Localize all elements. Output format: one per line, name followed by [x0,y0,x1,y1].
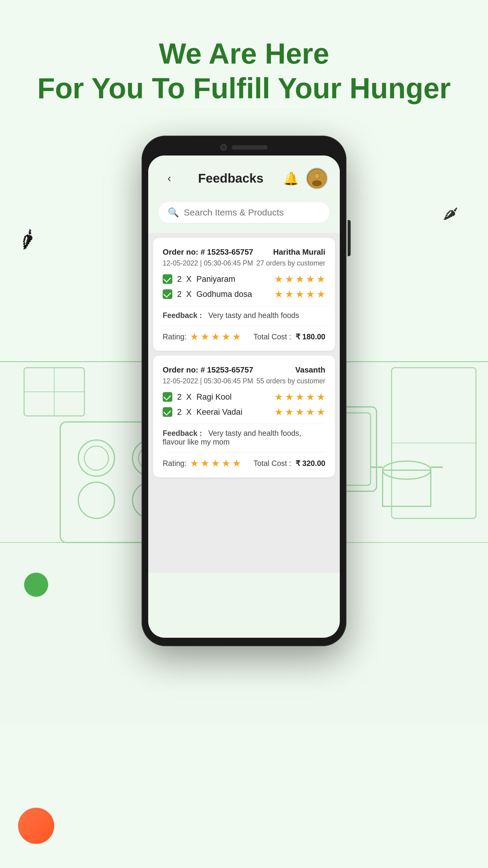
star-2: ★ [201,331,209,342]
star-4: ★ [222,331,230,342]
back-button[interactable]: ‹ [160,169,178,187]
item-left: 2 X Paniyaram [163,274,235,284]
star-5: ★ [317,288,325,300]
order-item-row: 2 X Keerai Vadai ★ ★ ★ ★ ★ [163,406,325,418]
item-stars: ★ ★ ★ ★ ★ [274,288,325,300]
item-checkbox [163,289,172,299]
phone-speaker [232,145,268,150]
star-4: ★ [222,458,230,469]
total-cost: Total Cost : ₹ 180.00 [254,333,325,341]
rating-cost-row: Rating: ★ ★ ★ ★ ★ Total Cost : [163,326,325,342]
item-checkbox [163,392,172,402]
star-1: ★ [190,331,199,342]
customer-name: Vasanth [295,365,325,375]
item-quantity: 2 X [177,275,192,284]
item-left: 2 X Godhuma dosa [163,289,252,299]
order-number: Order no: # 15253-65757 [163,365,253,375]
star-5: ★ [317,273,325,285]
feedback-text: Feedback : Very tasty and health foods [163,311,299,319]
phone-body: ‹ Feedbacks 🔔 [141,135,347,646]
rating-label: Rating: [163,459,187,468]
header-actions: 🔔 [283,167,328,189]
feedback-section: Feedback : Very tasty and health foods [163,306,325,320]
phone-screen: ‹ Feedbacks 🔔 [148,156,340,638]
customer-name: Haritha Murali [273,247,325,257]
user-avatar[interactable] [306,167,328,189]
orders-by-customer: 27 orders by customer [256,259,325,267]
total-cost: Total Cost : ₹ 320.00 [254,459,325,468]
star-3: ★ [295,406,304,418]
item-quantity: 2 X [177,290,192,299]
item-quantity: 2 X [177,393,192,402]
order-item-row: 2 X Paniyaram ★ ★ ★ ★ ★ [163,273,325,285]
rating-label: Rating: [163,333,187,341]
star-2: ★ [285,288,294,300]
item-stars: ★ ★ ★ ★ ★ [274,391,325,403]
phone-side-button [348,220,351,256]
item-checkbox [163,274,172,284]
hero-title-line1: We Are Here [0,36,488,71]
rating-cost-row: Rating: ★ ★ ★ ★ ★ Total Cost : [163,453,325,469]
star-5: ★ [317,406,325,418]
item-left: 2 X Ragi Kool [163,392,232,402]
order-datetime: 12-05-2022 | 05:30-06:45 PM [163,259,253,267]
phone-notch [148,144,340,151]
star-3: ★ [295,273,304,285]
hero-title-line2: For You To Fulfill Your Hunger [0,71,488,105]
phone-mockup: ‹ Feedbacks 🔔 [0,135,488,646]
order-header: Order no: # 15253-65757 Vasanth [163,365,325,375]
star-5: ★ [317,391,325,403]
hero-section: We Are Here For You To Fulfill Your Hung… [0,0,488,124]
back-icon: ‹ [167,172,171,185]
star-2: ★ [285,406,294,418]
orders-by-customer: 55 orders by customer [256,377,325,385]
star-1: ★ [274,391,283,403]
search-container: 🔍 [148,196,340,233]
star-4: ★ [306,288,315,300]
star-4: ★ [306,391,315,403]
feedback-content: Very tasty and health foods [208,311,299,319]
orders-list: Order no: # 15253-65757 Haritha Murali 1… [148,233,340,482]
star-3: ★ [295,391,304,403]
feedback-label: Feedback : [163,311,202,319]
star-1: ★ [190,458,199,469]
item-left: 2 X Keerai Vadai [163,407,242,417]
search-input[interactable] [184,207,320,218]
bottom-space [148,482,340,572]
star-1: ★ [274,288,283,300]
order-item-row: 2 X Ragi Kool ★ ★ ★ ★ ★ [163,391,325,403]
phone-camera [220,144,227,151]
item-stars: ★ ★ ★ ★ ★ [274,273,325,285]
overall-stars: ★ ★ ★ ★ ★ [190,331,241,342]
feedback-section: Feedback : Very tasty and health foods, … [163,424,325,446]
star-5: ★ [232,331,241,342]
order-card: Order no: # 15253-65757 Vasanth 12-05-20… [153,355,335,477]
item-stars: ★ ★ ★ ★ ★ [274,406,325,418]
order-card: Order no: # 15253-65757 Haritha Murali 1… [153,238,335,351]
star-4: ★ [306,273,315,285]
star-3: ★ [211,458,220,469]
svg-point-28 [314,173,320,179]
item-checkbox [163,407,172,417]
order-item-row: 2 X Godhuma dosa ★ ★ ★ ★ ★ [163,288,325,300]
svg-point-27 [312,180,322,186]
green-blob-decoration [24,572,48,597]
item-name: Ragi Kool [196,393,232,402]
order-number: Order no: # 15253-65757 [163,247,253,257]
orange-circle-decoration [18,808,54,844]
notification-bell-icon[interactable]: 🔔 [283,171,299,186]
star-1: ★ [274,406,283,418]
item-name: Godhuma dosa [196,290,252,299]
search-bar: 🔍 [158,201,330,223]
star-2: ★ [285,273,294,285]
star-2: ★ [201,458,209,469]
star-5: ★ [232,458,241,469]
feedback-label: Feedback : [163,429,202,437]
star-4: ★ [306,406,315,418]
rating-row: Rating: ★ ★ ★ ★ ★ [163,458,241,469]
page-title: Feedbacks [198,171,263,186]
order-items-list: 2 X Ragi Kool ★ ★ ★ ★ ★ [163,391,325,418]
cost-value: ₹ 180.00 [295,333,325,341]
item-quantity: 2 X [177,407,192,417]
star-3: ★ [211,331,220,342]
